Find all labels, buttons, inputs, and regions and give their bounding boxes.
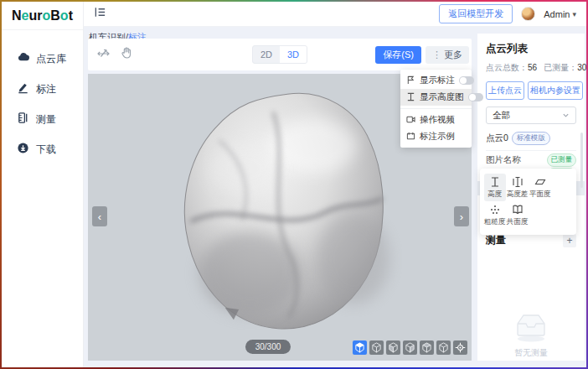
back-to-model-dev-button[interactable]: 返回模型开发 (439, 4, 513, 23)
sidebar-nav: 点云库 标注 测量 下载 (2, 30, 83, 164)
collapse-sidebar-icon[interactable] (94, 6, 106, 22)
height-tool-icon (489, 176, 501, 188)
sidebar-item-label: 测量 (36, 112, 56, 127)
tool-roughness[interactable]: 粗糙度 (484, 201, 506, 229)
view-cube-back-button[interactable] (420, 340, 434, 355)
show-heightmap-toggle[interactable] (468, 93, 483, 101)
chevron-down-icon: ▾ (572, 10, 576, 18)
coplanarity-tool-icon (512, 204, 524, 216)
user-name: Admin (544, 9, 570, 19)
menu-item-label: 显示标注 (420, 75, 455, 86)
hand-grab-icon[interactable] (120, 46, 133, 63)
tool-label: 高度 (487, 190, 502, 200)
view-cube-default-button[interactable] (353, 340, 367, 355)
menu-item-show-annotations[interactable]: 显示标注 (400, 72, 472, 89)
avatar[interactable] (521, 7, 535, 21)
tool-label: 共面度 (507, 217, 529, 227)
logo-text: o (43, 8, 51, 23)
measure-section-header: 测量 + (486, 233, 576, 247)
toolbar-left-icons (96, 46, 133, 63)
empty-state-text: 暂无测量 (514, 347, 548, 359)
view-cube-bottom-button[interactable] (436, 340, 451, 355)
flag-icon (406, 75, 415, 86)
view-3d-button[interactable]: 3D (280, 46, 307, 63)
header-right: 返回模型开发 Admin▾ (439, 4, 576, 23)
status-badge: 已测量 (547, 153, 577, 167)
scrollbar[interactable] (580, 133, 583, 188)
menu-item-label: 显示高度图 (420, 91, 464, 103)
panel-stats: 点云总数：56 已测量：30 (486, 62, 576, 74)
cloud-icon (17, 51, 29, 66)
total-value: 56 (528, 63, 537, 72)
tool-coplanarity[interactable]: 共面度 (507, 201, 529, 229)
sidebar-item-download[interactable]: 下载 (2, 134, 83, 164)
tool-label: 高度差 (507, 190, 529, 200)
image-name: 图片名称 (486, 154, 547, 166)
tool-label: 平面度 (529, 190, 551, 200)
chevron-left-icon: ‹ (98, 210, 101, 223)
app-frame: NeuroBot 点云库 标注 测量 下载 返回模型开发 (0, 0, 588, 369)
sidebar-item-annotate[interactable]: 标注 (2, 74, 83, 104)
chevron-right-icon: › (460, 210, 463, 223)
tool-flatness[interactable]: 平面度 (529, 174, 551, 201)
pointcloud-group-row[interactable]: 点云0 标准模版 (486, 132, 576, 151)
sidebar-item-label: 下载 (36, 143, 56, 157)
menu-item-annotation-example[interactable]: 标注示例 (400, 128, 472, 145)
tooth-3d-mesh (168, 89, 402, 336)
logo-text: B (50, 8, 60, 23)
app-window: NeuroBot 点云库 标注 测量 下载 返回模型开发 (2, 2, 586, 367)
pen-icon (17, 81, 29, 96)
empty-box-icon (512, 310, 550, 344)
frame-icon (406, 132, 415, 143)
total-stat: 点云总数：56 (486, 62, 537, 74)
download-icon (17, 142, 29, 157)
view-mode-toggle: 2D 3D (252, 45, 307, 64)
tool-label: 粗糙度 (484, 217, 506, 227)
image-list-item[interactable]: 图片名称 已测量 (477, 153, 585, 167)
empty-state: 暂无测量 (477, 310, 585, 359)
measure-tools-popup: 高度 高度差 平面度 粗糙度 共面度 (480, 169, 576, 235)
locate-center-button[interactable] (453, 340, 467, 355)
roughness-tool-icon (489, 204, 501, 216)
canvas-toolbar: 2D 3D 保存(S) ⋮更多 (88, 39, 472, 70)
show-annotations-toggle[interactable] (459, 76, 474, 85)
next-image-button[interactable]: › (454, 206, 469, 226)
sidebar-item-measure[interactable]: 测量 (2, 104, 83, 134)
view-cube-front-button[interactable] (386, 340, 400, 355)
tool-height[interactable]: 高度 (484, 174, 506, 201)
group-name: 点云0 (486, 133, 508, 144)
video-icon (406, 115, 415, 126)
logo-text: t (69, 8, 73, 23)
menu-item-tutorial-video[interactable]: 操作视频 (400, 112, 472, 128)
logo-text: e (22, 8, 29, 23)
save-button[interactable]: 保存(S) (375, 46, 421, 64)
upload-pointcloud-button[interactable]: 上传点云 (486, 81, 524, 100)
more-button[interactable]: ⋮更多 (426, 46, 469, 64)
total-label: 点云总数： (486, 63, 528, 72)
camera-params-button[interactable]: 相机内参设置 (528, 81, 583, 100)
view-cube-side-button[interactable] (403, 340, 417, 355)
chevron-down-icon (562, 112, 570, 119)
sidebar-item-pointcloud-library[interactable]: 点云库 (2, 44, 83, 74)
logo: NeuroBot (2, 2, 83, 30)
filter-select[interactable]: 全部 (486, 107, 576, 124)
tool-height-diff[interactable]: 高度差 (507, 174, 529, 201)
add-measure-button[interactable]: + (563, 234, 576, 247)
user-menu[interactable]: Admin▾ (544, 9, 576, 19)
panel-buttons: 上传点云 相机内参设置 (486, 81, 576, 100)
toolbar-right: 保存(S) ⋮更多 (375, 46, 469, 64)
prev-image-button[interactable]: ‹ (92, 206, 107, 226)
pointcloud-panel: 点云列表 点云总数：56 已测量：30 上传点云 相机内参设置 全部 点云0 标… (477, 34, 585, 361)
menu-item-show-heightmap[interactable]: 显示高度图 (400, 89, 472, 106)
template-badge: 标准模版 (512, 132, 550, 145)
pan-move-icon[interactable] (96, 46, 111, 63)
view-cube-top-button[interactable] (369, 340, 384, 355)
panel-title: 点云列表 (486, 42, 576, 56)
view-2d-button[interactable]: 2D (253, 46, 280, 63)
more-icon: ⋮ (432, 49, 441, 60)
view-orientation-bar (353, 340, 467, 355)
more-button-label: 更多 (444, 49, 462, 61)
measure-title: 测量 (486, 233, 506, 247)
measured-stat: 已测量：30 (544, 62, 586, 74)
sidebar: NeuroBot 点云库 标注 测量 下载 (2, 2, 84, 367)
